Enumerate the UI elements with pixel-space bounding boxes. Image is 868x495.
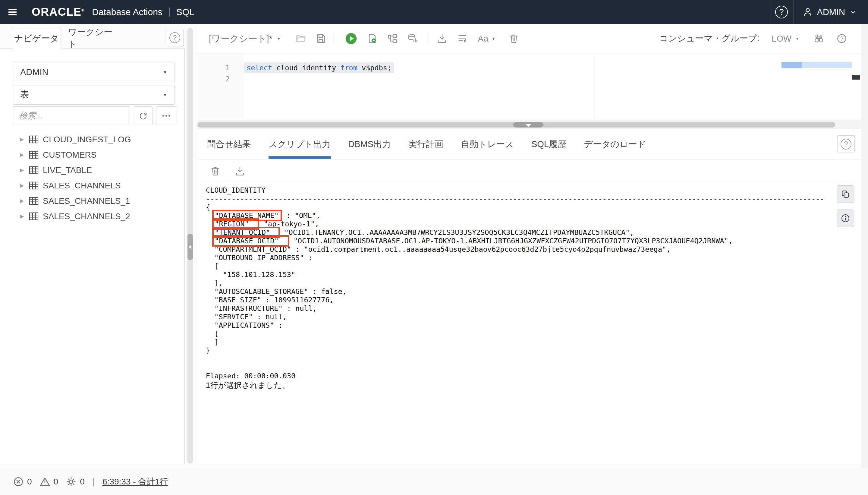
expand-caret-icon[interactable]: ▶ <box>20 182 29 189</box>
menu-icon[interactable] <box>8 9 17 15</box>
explain-plan-icon[interactable] <box>387 33 398 44</box>
output-line: "COMPARTMENT_OCID" : "ocid1.compartment.… <box>206 245 861 254</box>
user-menu[interactable]: ADMIN <box>794 0 868 24</box>
refresh-icon <box>139 111 148 120</box>
more-options-button[interactable]: ••• <box>156 106 177 125</box>
code-line <box>244 73 861 85</box>
clear-output-icon[interactable] <box>210 166 220 176</box>
output-line: "INFRASTRUCTURE" : null, <box>206 304 861 313</box>
consumer-group-value[interactable]: LOW <box>771 34 792 44</box>
open-file-icon[interactable] <box>295 33 306 44</box>
script-output: CLOUD_IDENTITY--------------------------… <box>197 183 861 463</box>
info-icon <box>841 214 850 223</box>
sql-editor[interactable]: 12 select cloud_identity from v$pdbs; <box>197 53 861 120</box>
object-type-select-value: 表 <box>20 89 29 101</box>
autotrace-icon[interactable] <box>407 33 418 44</box>
download-output-icon[interactable] <box>235 166 245 176</box>
table-icon <box>29 197 39 205</box>
output-toolbar <box>197 159 861 183</box>
expand-caret-icon[interactable]: ▶ <box>20 198 29 204</box>
output-tab[interactable]: DBMS出力 <box>348 129 391 159</box>
consumer-group-caret-icon[interactable]: ▼ <box>795 36 799 41</box>
expand-caret-icon[interactable]: ▶ <box>20 152 29 158</box>
search-input[interactable] <box>13 106 130 125</box>
output-line: "AUTOSCALABLE_STORAGE" : false, <box>206 287 861 296</box>
schema-select-value: ADMIN <box>20 67 48 77</box>
run-script-button[interactable] <box>367 33 377 44</box>
editor-scrollbar-thumb[interactable] <box>852 75 860 80</box>
caret-down-icon: ▼ <box>163 92 167 97</box>
help-button[interactable]: ? <box>770 0 793 24</box>
warning-count: 0 <box>54 477 58 487</box>
help-icon: ? <box>169 32 180 43</box>
tree-item-label: CUSTOMERS <box>43 150 97 160</box>
output-tab[interactable]: 実行計画 <box>409 129 443 159</box>
output-line: "OUTBOUND_IP_ADDRESS" : <box>206 254 861 262</box>
expand-caret-icon[interactable]: ▶ <box>20 213 29 220</box>
sql-editor-code[interactable]: select cloud_identity from v$pdbs; <box>244 63 861 85</box>
tree-item[interactable]: ▶SALES_CHANNELS <box>0 178 185 193</box>
schema-select[interactable]: ADMIN ▼ <box>13 62 175 82</box>
table-icon <box>29 166 39 174</box>
sidebar-tab-navigator[interactable]: ナビゲータ <box>12 28 61 49</box>
output-info-button[interactable] <box>837 209 854 227</box>
output-help-button[interactable]: ? <box>837 135 855 153</box>
expand-caret-icon[interactable]: ▶ <box>20 167 29 173</box>
person-icon <box>803 7 813 17</box>
output-line: ] <box>206 338 861 346</box>
tree-item[interactable]: ▶CLOUD_INGEST_LOG <box>0 132 185 147</box>
output-tab[interactable]: データのロード <box>584 129 646 159</box>
refresh-button[interactable] <box>134 106 153 125</box>
help-icon[interactable]: ? <box>837 33 847 44</box>
caret-down-icon: ▼ <box>163 70 167 75</box>
output-tab[interactable]: SQL履歴 <box>531 129 566 159</box>
object-type-select[interactable]: 表 ▼ <box>13 85 175 105</box>
output-line: "BASE_SIZE" : 1099511627776, <box>206 296 861 304</box>
download-icon[interactable] <box>437 33 447 44</box>
tree-item[interactable]: ▶CUSTOMERS <box>0 147 185 163</box>
copy-output-button[interactable] <box>837 185 854 203</box>
output-line: ----------------------------------------… <box>206 194 861 203</box>
page-scrollbar[interactable] <box>861 24 868 468</box>
warnings-icon[interactable] <box>40 477 50 487</box>
output-line: "158.101.128.153" <box>206 270 861 279</box>
sidebar-splitter-handle[interactable] <box>188 234 193 260</box>
clear-worksheet-icon[interactable] <box>509 33 519 44</box>
binoculars-icon[interactable] <box>814 33 824 44</box>
tree-item[interactable]: ▶SALES_CHANNELS_2 <box>0 209 185 224</box>
worksheet-caret-icon[interactable]: ▼ <box>277 36 281 41</box>
text-wrap-icon[interactable] <box>457 33 467 44</box>
expand-caret-icon[interactable]: ▶ <box>20 136 29 142</box>
output-tab[interactable]: 問合せ結果 <box>207 129 251 159</box>
error-count: 0 <box>27 477 32 487</box>
run-statement-button[interactable] <box>345 33 357 45</box>
sidebar-tab-worksheet[interactable]: ワークシート <box>68 28 118 49</box>
output-tab[interactable]: スクリプト出力 <box>268 129 331 159</box>
elapsed-rows-link[interactable]: 6:39:33 - 合計1行 <box>103 476 168 488</box>
errors-icon[interactable] <box>13 477 23 487</box>
top-bar: ORACLE® Database Actions SQL ? ADMIN <box>0 0 868 24</box>
tree-item-label: LIVE_TABLE <box>43 166 92 175</box>
output-line: [ <box>206 262 861 270</box>
processes-icon[interactable] <box>66 477 76 487</box>
output-tab[interactable]: 自動トレース <box>461 129 514 159</box>
right-margin-guide <box>594 53 594 120</box>
font-size-control[interactable]: Aa <box>478 34 488 44</box>
help-icon: ? <box>840 139 851 150</box>
user-name: ADMIN <box>817 7 845 17</box>
output-line: { <box>206 203 861 211</box>
tree-item-label: SALES_CHANNELS <box>43 181 121 190</box>
tree-item[interactable]: ▶SALES_CHANNELS_1 <box>0 193 185 209</box>
output-tabs: 問合せ結果スクリプト出力DBMS出力実行計画自動トレースSQL履歴データのロード… <box>197 129 861 159</box>
sidebar-help-button[interactable]: ? <box>166 29 184 47</box>
save-icon[interactable] <box>315 33 326 44</box>
process-count: 0 <box>80 477 85 487</box>
line-number-gutter: 12 <box>197 53 244 120</box>
line-number: 1 <box>197 63 244 73</box>
font-size-caret-icon[interactable]: ▼ <box>491 36 496 41</box>
object-tree: ▶CLOUD_INGEST_LOG▶CUSTOMERS▶LIVE_TABLE▶S… <box>0 132 185 224</box>
consumer-group-label: コンシューマ・グループ: <box>659 33 760 45</box>
splitter-handle[interactable] <box>513 122 543 127</box>
tree-item[interactable]: ▶LIVE_TABLE <box>0 163 185 178</box>
worksheet-name[interactable]: [ワークシート]* <box>209 33 273 45</box>
